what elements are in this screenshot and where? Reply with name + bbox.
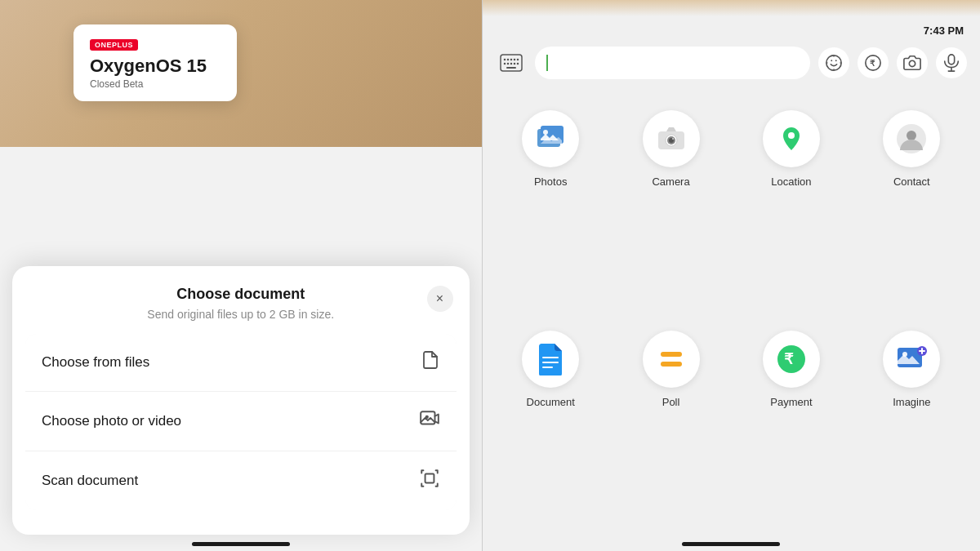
modal-header: Choose document Send original files up t…	[12, 286, 470, 334]
modal-sheet: Choose document Send original files up t…	[12, 266, 470, 535]
os-title: OxygenOS 15	[90, 56, 220, 77]
svg-point-34	[906, 131, 916, 140]
document-app[interactable]: Document	[499, 331, 603, 535]
modal-subtitle: Send original files up to 2 GB in size.	[32, 308, 450, 321]
svg-text:₹: ₹	[784, 351, 794, 367]
svg-point-43	[902, 352, 907, 357]
scan-icon	[419, 468, 440, 494]
rupee-button[interactable]: ₹	[858, 47, 889, 78]
camera-app[interactable]: Camera	[619, 110, 723, 314]
svg-point-26	[543, 130, 548, 135]
camera-button[interactable]	[897, 47, 928, 78]
choose-files-option[interactable]: Choose from files	[25, 334, 457, 392]
camera-label: Camera	[652, 176, 689, 188]
photo-video-icon	[419, 408, 440, 434]
poll-app[interactable]: Poll	[619, 331, 723, 535]
apps-grid: Photos Camera	[483, 86, 980, 551]
svg-point-31	[672, 138, 674, 140]
svg-point-15	[826, 56, 841, 70]
document-label: Document	[527, 396, 575, 408]
scan-document-option[interactable]: Scan document	[25, 451, 457, 510]
status-time: 7:43 PM	[924, 24, 964, 37]
location-app[interactable]: Location	[739, 110, 843, 314]
sticker-button[interactable]	[818, 47, 849, 78]
imagine-icon-circle	[883, 331, 940, 388]
svg-point-20	[909, 60, 915, 66]
left-panel: ONEPLUS OxygenOS 15 Closed Beta Choose d…	[0, 0, 482, 551]
svg-point-17	[835, 60, 837, 61]
oneplus-card: ONEPLUS OxygenOS 15 Closed Beta	[74, 24, 237, 101]
payment-icon-circle: ₹	[763, 331, 820, 388]
choose-photo-label: Choose photo or video	[42, 413, 181, 429]
home-indicator-right	[682, 542, 780, 546]
location-icon-circle	[763, 110, 820, 167]
oneplus-logo: ONEPLUS	[90, 39, 138, 51]
right-panel: 7:43 PM	[483, 0, 980, 551]
camera-icon-circle	[643, 110, 700, 167]
contact-label: Contact	[893, 176, 930, 188]
svg-rect-38	[661, 352, 682, 357]
status-bar: 7:43 PM	[483, 16, 980, 37]
poll-icon-circle	[643, 331, 700, 388]
imagine-app[interactable]: Imagine	[860, 331, 964, 535]
document-icon-circle	[522, 331, 579, 388]
home-indicator-left	[192, 542, 290, 546]
svg-point-32	[788, 132, 795, 139]
modal-options: Choose from files Choose photo or video	[25, 334, 457, 510]
choose-photo-option[interactable]: Choose photo or video	[25, 392, 457, 451]
scan-document-label: Scan document	[42, 473, 138, 489]
contact-app[interactable]: Contact	[860, 110, 964, 314]
payment-app[interactable]: ₹ Payment	[739, 331, 843, 535]
photos-icon-circle	[522, 110, 579, 167]
svg-rect-39	[661, 362, 682, 367]
svg-rect-2	[425, 474, 434, 483]
search-input[interactable]	[535, 47, 810, 79]
mic-button[interactable]	[936, 47, 967, 78]
file-icon	[421, 350, 440, 375]
payment-label: Payment	[770, 396, 812, 408]
keyboard-button[interactable]	[496, 47, 527, 78]
background-image: ONEPLUS OxygenOS 15 Closed Beta	[0, 0, 482, 147]
poll-label: Poll	[662, 396, 680, 408]
svg-point-16	[831, 60, 832, 61]
choose-files-label: Choose from files	[42, 354, 149, 371]
photos-label: Photos	[534, 176, 567, 188]
modal-title: Choose document	[32, 286, 450, 303]
location-label: Location	[771, 176, 811, 188]
contact-icon-circle	[883, 110, 940, 167]
os-subtitle: Closed Beta	[90, 78, 220, 90]
text-cursor	[546, 55, 548, 71]
top-strip	[483, 0, 980, 16]
photos-app[interactable]: Photos	[499, 110, 603, 314]
svg-rect-21	[948, 55, 954, 64]
imagine-label: Imagine	[893, 396, 930, 408]
input-bar: ₹	[483, 40, 980, 86]
svg-text:₹: ₹	[870, 59, 875, 68]
close-button[interactable]: ×	[427, 286, 453, 312]
